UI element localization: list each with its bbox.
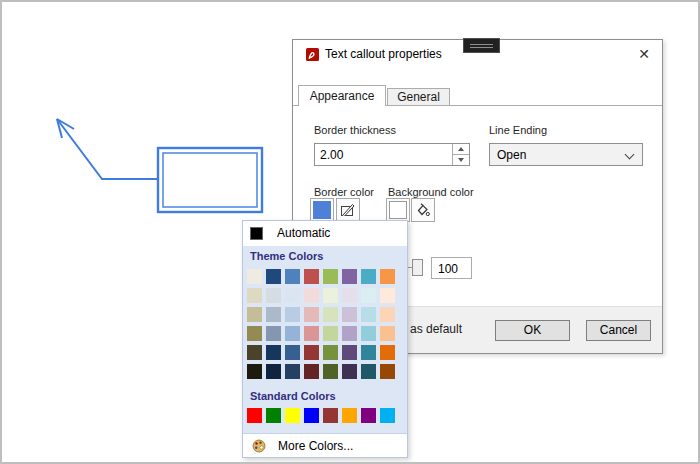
color-swatch[interactable] xyxy=(304,408,319,423)
make-default-label: as default xyxy=(410,322,462,336)
color-swatch[interactable] xyxy=(266,269,281,284)
color-swatch[interactable] xyxy=(266,345,281,360)
border-thickness-input[interactable]: 2.00 xyxy=(314,143,470,166)
color-swatch[interactable] xyxy=(323,345,338,360)
color-swatch[interactable] xyxy=(342,269,357,284)
opacity-value: 100 xyxy=(438,262,458,276)
color-swatch[interactable] xyxy=(304,307,319,322)
color-swatch[interactable] xyxy=(304,345,319,360)
color-swatch[interactable] xyxy=(285,408,300,423)
grip-line xyxy=(470,47,493,48)
acrobat-page: Text callout properties ✕ Appearance Gen… xyxy=(0,0,700,464)
palette-icon xyxy=(252,439,266,453)
color-swatch[interactable] xyxy=(247,307,262,322)
background-color-button[interactable] xyxy=(386,198,410,222)
color-swatch[interactable] xyxy=(361,364,376,379)
color-swatch[interactable] xyxy=(342,364,357,379)
color-picker-popup: Automatic Theme Colors Standard Colors M… xyxy=(242,220,408,458)
color-swatch[interactable] xyxy=(361,269,376,284)
color-swatch[interactable] xyxy=(380,408,395,423)
color-swatch[interactable] xyxy=(266,307,281,322)
dialog-title: Text callout properties xyxy=(325,47,442,61)
color-swatch[interactable] xyxy=(285,345,300,360)
background-color-label: Background color xyxy=(388,186,474,198)
color-swatch[interactable] xyxy=(247,288,262,303)
color-swatch[interactable] xyxy=(361,307,376,322)
color-swatch[interactable] xyxy=(323,408,338,423)
color-swatch[interactable] xyxy=(380,269,395,284)
color-swatch[interactable] xyxy=(323,307,338,322)
color-swatch[interactable] xyxy=(380,326,395,341)
color-swatch[interactable] xyxy=(361,345,376,360)
tab-appearance[interactable]: Appearance xyxy=(298,85,386,106)
theme-colors-heading: Theme Colors xyxy=(250,250,323,262)
color-swatch[interactable] xyxy=(361,326,376,341)
pen-icon xyxy=(340,202,356,218)
color-swatch[interactable] xyxy=(266,326,281,341)
chevron-down-icon xyxy=(625,150,635,160)
grip-line xyxy=(470,44,493,45)
arrow-down-icon xyxy=(458,158,464,162)
color-swatch[interactable] xyxy=(342,288,357,303)
color-swatch[interactable] xyxy=(361,408,376,423)
color-swatch[interactable] xyxy=(380,364,395,379)
cancel-button[interactable]: Cancel xyxy=(586,320,651,341)
color-swatch[interactable] xyxy=(304,269,319,284)
color-swatch[interactable] xyxy=(285,269,300,284)
more-colors-item[interactable]: More Colors... xyxy=(243,433,407,457)
theme-colors-grid xyxy=(247,269,395,379)
more-colors-label: More Colors... xyxy=(278,439,353,453)
color-swatch[interactable] xyxy=(285,288,300,303)
ok-button[interactable]: OK xyxy=(495,320,570,341)
tab-general[interactable]: General xyxy=(387,88,450,106)
automatic-color-swatch xyxy=(250,227,263,240)
color-swatch[interactable] xyxy=(247,408,262,423)
border-thickness-label: Border thickness xyxy=(314,124,396,136)
callout-box-inner xyxy=(163,153,257,207)
color-swatch[interactable] xyxy=(247,326,262,341)
automatic-color-item[interactable]: Automatic xyxy=(243,221,407,246)
color-swatch[interactable] xyxy=(304,326,319,341)
color-swatch[interactable] xyxy=(342,307,357,322)
border-style-pen-button[interactable] xyxy=(336,198,360,222)
color-swatch[interactable] xyxy=(266,364,281,379)
spin-down-button[interactable] xyxy=(453,155,469,165)
color-swatch[interactable] xyxy=(266,408,281,423)
border-color-label: Border color xyxy=(314,186,374,198)
color-swatch[interactable] xyxy=(342,326,357,341)
color-swatch[interactable] xyxy=(266,288,281,303)
color-swatch[interactable] xyxy=(342,408,357,423)
color-swatch[interactable] xyxy=(323,326,338,341)
color-swatch[interactable] xyxy=(304,288,319,303)
color-swatch[interactable] xyxy=(285,326,300,341)
close-icon[interactable]: ✕ xyxy=(635,45,653,63)
callout-box-outer xyxy=(158,148,262,212)
color-swatch[interactable] xyxy=(342,345,357,360)
color-swatch[interactable] xyxy=(247,364,262,379)
arrow-up-icon xyxy=(458,147,464,151)
color-swatch[interactable] xyxy=(285,364,300,379)
color-swatch[interactable] xyxy=(247,345,262,360)
color-swatch[interactable] xyxy=(380,307,395,322)
border-color-swatch xyxy=(313,201,331,219)
spin-up-button[interactable] xyxy=(453,144,469,155)
opacity-slider-thumb[interactable] xyxy=(412,259,423,276)
color-swatch[interactable] xyxy=(285,307,300,322)
line-ending-dropdown[interactable]: Open xyxy=(489,143,643,166)
color-swatch[interactable] xyxy=(323,288,338,303)
window-grip[interactable] xyxy=(463,38,500,53)
color-swatch[interactable] xyxy=(323,269,338,284)
color-swatch[interactable] xyxy=(361,288,376,303)
color-swatch[interactable] xyxy=(304,364,319,379)
border-thickness-value: 2.00 xyxy=(320,148,343,162)
spinner xyxy=(452,144,469,165)
color-swatch[interactable] xyxy=(323,364,338,379)
color-swatch[interactable] xyxy=(380,288,395,303)
color-swatch[interactable] xyxy=(380,345,395,360)
fill-bucket-button[interactable] xyxy=(411,198,435,222)
opacity-input[interactable]: 100 xyxy=(431,257,472,279)
standard-colors-grid xyxy=(247,408,395,423)
acrobat-icon xyxy=(306,48,319,61)
color-swatch[interactable] xyxy=(247,269,262,284)
border-color-button[interactable] xyxy=(310,198,334,222)
